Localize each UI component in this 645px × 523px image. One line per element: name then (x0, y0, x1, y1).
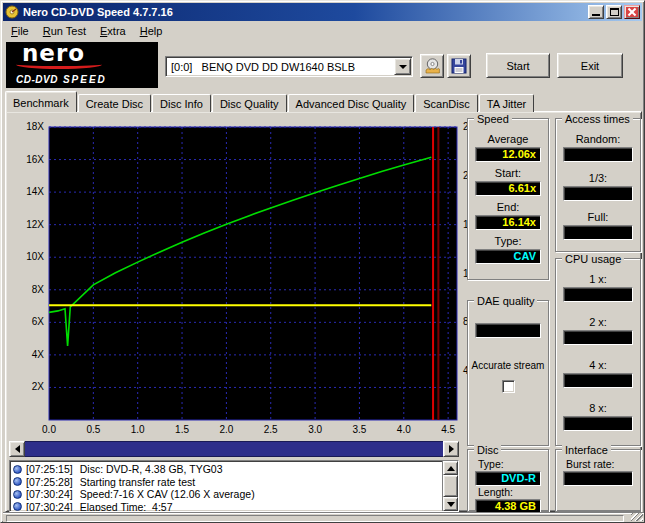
x-tick-label: 3.0 (308, 424, 322, 435)
x-tick-label: 3.5 (352, 424, 366, 435)
accurate-stream-checkbox[interactable] (502, 380, 515, 393)
minimize-button[interactable] (588, 5, 604, 19)
scroll-up-button[interactable] (443, 461, 458, 475)
close-button[interactable] (624, 5, 640, 19)
tab-scandisc[interactable]: ScanDisc (415, 94, 477, 112)
cpu-usage-panel-title: CPU usage (562, 253, 624, 265)
field-value: 6.61x (475, 181, 541, 196)
x-tick-label: 4.0 (397, 424, 411, 435)
menu-item-file[interactable]: File (4, 23, 36, 39)
y-left-tick-label: 2X (32, 381, 45, 392)
tab-benchmark[interactable]: Benchmark (5, 91, 77, 112)
log-line: [07:30:24]Elapsed Time: 4:57 (13, 501, 440, 512)
menu-item-help[interactable]: Help (133, 23, 170, 39)
tab-disc-info[interactable]: Disc Info (152, 94, 211, 112)
drive-select[interactable]: [0:0] BENQ DVD DD DW1640 BSLB (165, 56, 413, 77)
field-row: Full: (556, 211, 640, 240)
maximize-icon (610, 8, 619, 16)
resize-grip[interactable] (631, 513, 643, 521)
field-row: 4 x: (556, 359, 640, 388)
field-label: Random: (556, 133, 640, 145)
window-title: Nero CD-DVD Speed 4.7.7.16 (23, 6, 586, 18)
chart-scrollbar-track[interactable] (25, 441, 443, 457)
drive-select-value: [0:0] BENQ DVD DD DW1640 BSLB (166, 61, 394, 73)
tab-advanced-disc-quality[interactable]: Advanced Disc Quality (288, 94, 415, 112)
app-window: Nero CD-DVD Speed 4.7.7.16 FileRun TestE… (0, 0, 645, 523)
accurate-stream-label: Accurate stream (468, 360, 548, 371)
field-value (563, 471, 633, 486)
log-message: Elapsed Time: 4:57 (80, 501, 173, 512)
scroll-left-button[interactable] (9, 441, 25, 457)
y-left-tick-label: 4X (32, 349, 45, 360)
benchmark-chart: 0.00.51.01.52.02.53.03.54.04.52X4X6X8X10… (11, 117, 467, 439)
scroll-down-button[interactable] (443, 497, 458, 511)
floppy-icon (451, 58, 467, 74)
log-line: [07:25:28]Starting transfer rate test (13, 476, 440, 488)
field-label: Full: (556, 211, 640, 223)
tab-ta-jitter[interactable]: TA Jitter (479, 94, 535, 112)
title-bar[interactable]: Nero CD-DVD Speed 4.7.7.16 (3, 3, 642, 21)
field-row: 1 x: (556, 273, 640, 302)
field-row: 1/3: (556, 172, 640, 201)
log-lines: [07:25:15]Disc: DVD-R, 4.38 GB, TYG03[07… (10, 461, 442, 511)
log-info-icon (13, 477, 22, 486)
field-label: 2 x: (556, 316, 640, 328)
menu-item-extra[interactable]: Extra (93, 23, 133, 39)
y-left-tick-label: 14X (26, 186, 44, 197)
tab-strip: BenchmarkCreate DiscDisc InfoDisc Qualit… (5, 91, 535, 112)
tab-disc-quality[interactable]: Disc Quality (212, 94, 287, 112)
field-label: Average (468, 133, 548, 145)
log-panel: [07:25:15]Disc: DVD-R, 4.38 GB, TYG03[07… (9, 460, 459, 512)
arrow-left-icon (15, 445, 20, 453)
disc-panel: Disc Type:DVD-RLength:4.38 GB (467, 449, 549, 512)
menu-item-run-test[interactable]: Run Test (36, 23, 93, 39)
nero-logo: nero CD-DVDSPEED (6, 42, 158, 88)
y-left-tick-label: 6X (32, 316, 45, 327)
log-scrollbar-thumb[interactable] (443, 475, 458, 497)
field-label: Length: (478, 487, 548, 498)
eject-button[interactable] (420, 54, 444, 78)
field-row: Start:6.61x (468, 167, 548, 196)
tab-create-disc[interactable]: Create Disc (78, 94, 151, 112)
toolbar: nero CD-DVDSPEED [0:0] BENQ DVD DD DW164… (3, 40, 644, 91)
field-value (563, 330, 633, 345)
x-tick-label: 2.5 (264, 424, 278, 435)
start-button[interactable]: Start (486, 53, 550, 78)
dae-quality-panel-title: DAE quality (474, 295, 537, 307)
exit-button[interactable]: Exit (557, 53, 623, 78)
log-message: Disc: DVD-R, 4.38 GB, TYG03 (80, 463, 223, 475)
x-tick-label: 1.0 (131, 424, 145, 435)
cpu-usage-panel: CPU usage 1 x:2 x:4 x:8 x: (555, 258, 641, 446)
y-left-tick-label: 10X (26, 251, 44, 262)
drive-select-dropdown[interactable] (394, 58, 411, 75)
field-label: 8 x: (556, 402, 640, 414)
logo-product: CD-DVDSPEED (16, 74, 107, 85)
field-value (563, 186, 633, 201)
arrow-right-icon (449, 445, 454, 453)
field-value (563, 373, 633, 388)
field-label: Type: (468, 235, 548, 247)
field-value (563, 225, 633, 240)
access-times-panel: Access times Random:1/3:Full: (555, 118, 641, 252)
log-timestamp: [07:30:24] (26, 501, 73, 512)
save-button[interactable] (447, 54, 471, 78)
status-field (6, 515, 624, 522)
disc-panel-title: Disc (474, 444, 501, 456)
log-scrollbar (442, 461, 458, 511)
field-row: 8 x: (556, 402, 640, 431)
field-value: 12.06x (475, 147, 541, 162)
scroll-right-button[interactable] (443, 441, 459, 457)
arrow-down-icon (447, 502, 455, 507)
field-label: 1 x: (556, 273, 640, 285)
maximize-button[interactable] (606, 5, 622, 19)
field-row: Length:4.38 GB (468, 487, 548, 514)
field-value: DVD-R (475, 471, 541, 486)
field-row: Average12.06x (468, 133, 548, 162)
field-row: End:16.14x (468, 201, 548, 230)
log-info-icon (13, 465, 22, 474)
interface-panel: Interface Burst rate: (555, 449, 641, 512)
y-left-tick-label: 12X (26, 219, 44, 230)
field-label: Type: (478, 459, 548, 470)
log-message: Starting transfer rate test (80, 476, 196, 488)
field-label: 1/3: (556, 172, 640, 184)
